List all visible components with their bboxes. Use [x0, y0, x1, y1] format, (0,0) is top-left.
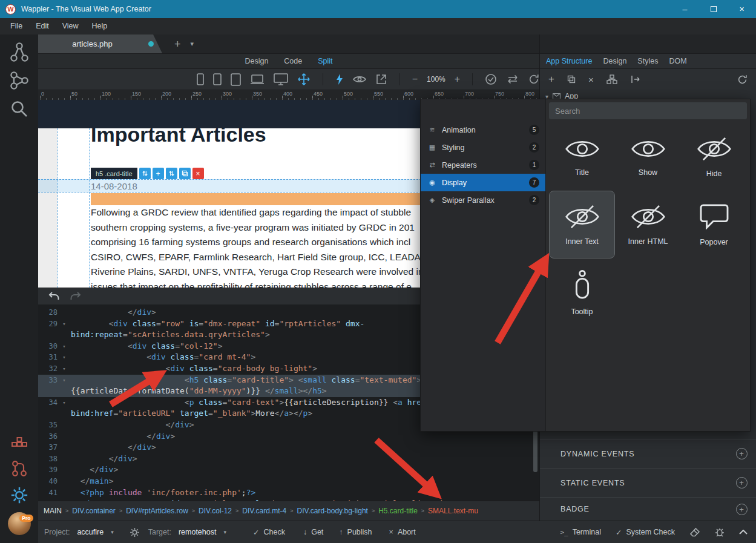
get-button[interactable]: ↓Get [303, 528, 323, 536]
code-line[interactable]: 41 <?php include 'inc/footer.inc.php';?> [38, 487, 539, 499]
delete-component-button[interactable]: × [588, 74, 594, 85]
code-line[interactable]: 37 </div> [38, 442, 539, 453]
device-phone-icon[interactable] [197, 73, 204, 85]
preview-eye-icon[interactable] [353, 75, 366, 84]
abort-button[interactable]: ×Abort [389, 528, 416, 536]
panel-tabs: App Structure Design Styles DOM [540, 53, 756, 68]
breadcrumb-item-selected[interactable]: H5.card-title [378, 507, 418, 515]
validate-icon[interactable] [485, 73, 497, 85]
menu-file[interactable]: File [4, 18, 29, 35]
device-tablet-small-icon[interactable] [213, 73, 222, 85]
redo-button[interactable] [70, 291, 82, 302]
option-inner-html[interactable]: Inner HTML [615, 191, 681, 258]
reorder-element-button[interactable] [166, 168, 177, 179]
tab-design[interactable]: Design [603, 57, 626, 65]
category-repeaters[interactable]: ⇄ Repeaters 1 [421, 156, 545, 174]
publish-button[interactable]: ↑Publish [339, 528, 372, 536]
terminal-button[interactable]: >_Terminal [560, 528, 601, 536]
refresh-icon[interactable] [528, 74, 539, 85]
new-tab-button[interactable]: + [174, 39, 181, 50]
window-title: Wappler - The Visual Web App Creator [21, 5, 151, 13]
close-button[interactable]: × [728, 0, 756, 18]
option-hide[interactable]: Hide [681, 123, 747, 191]
option-show[interactable]: Show [615, 123, 681, 191]
pro-badge: Pro [19, 515, 33, 522]
mode-split[interactable]: Split [318, 57, 332, 65]
code-line[interactable]: 36 </div> [38, 431, 539, 443]
breadcrumb-item[interactable]: DIV.card.mt-4 [242, 507, 286, 515]
device-tablet-icon[interactable] [231, 73, 241, 86]
user-avatar[interactable]: Pro [8, 512, 31, 535]
add-static-event-button[interactable]: + [736, 477, 748, 489]
export-icon[interactable] [630, 74, 641, 84]
menu-edit[interactable]: Edit [29, 18, 56, 35]
sitemap-icon[interactable] [606, 74, 617, 84]
tab-articles-php[interactable]: articles.php [38, 35, 162, 53]
mode-design[interactable]: Design [245, 57, 268, 65]
breadcrumb-item[interactable]: DIV.card-body.bg-light [297, 507, 367, 515]
debug-bug-icon[interactable] [715, 527, 725, 537]
undo-button[interactable] [48, 291, 60, 302]
code-line[interactable]: 39 </div> [38, 464, 539, 476]
clear-console-icon[interactable] [689, 527, 700, 537]
zoom-out-button[interactable]: − [412, 74, 418, 85]
maximize-button[interactable] [699, 0, 728, 18]
check-button[interactable]: ✓Check [253, 528, 285, 537]
duplicate-element-button[interactable] [179, 168, 191, 179]
containers-icon[interactable] [10, 433, 29, 451]
mode-code[interactable]: Code [284, 57, 302, 65]
breadcrumb-item[interactable]: MAIN [44, 507, 62, 515]
minimize-button[interactable]: – [671, 0, 699, 18]
option-tooltip[interactable]: Tooltip [549, 258, 615, 326]
delete-element-button[interactable]: × [192, 168, 204, 179]
app-connect-icon[interactable] [9, 42, 30, 62]
project-selector[interactable]: Project: accufire ▾ [44, 528, 114, 536]
collapse-panel-icon[interactable] [739, 530, 748, 535]
search-input[interactable] [549, 102, 747, 119]
move-tool-icon[interactable] [297, 73, 311, 86]
add-dynamic-event-button[interactable]: + [736, 448, 748, 459]
app-connect-bolt-icon[interactable] [335, 73, 344, 85]
tab-app-structure[interactable]: App Structure [546, 57, 592, 65]
add-element-button[interactable]: + [153, 168, 164, 179]
add-badge-button[interactable]: + [736, 504, 748, 515]
action-search[interactable] [549, 102, 747, 119]
tab-list-button[interactable]: ▾ [191, 40, 194, 48]
add-component-button[interactable]: + [548, 73, 554, 85]
breadcrumb: MAIN> DIV.container> DIV#rptArticles.row… [38, 501, 539, 521]
menu-help[interactable]: Help [85, 18, 114, 35]
zoom-in-button[interactable]: + [455, 74, 460, 85]
system-check-button[interactable]: ✓System Check [616, 528, 675, 537]
database-connections-icon[interactable] [9, 70, 30, 91]
category-swiper-parallax[interactable]: ◈ Swiper Parallax 2 [421, 191, 545, 209]
search-icon[interactable] [9, 99, 30, 119]
copy-component-icon[interactable] [567, 75, 576, 84]
tab-dom[interactable]: DOM [669, 57, 686, 65]
target-selector[interactable]: Target: remotehost ▾ [148, 528, 226, 536]
settings-gear-icon[interactable] [10, 486, 28, 504]
option-title[interactable]: Title [549, 123, 615, 191]
device-desktop-icon[interactable] [274, 73, 288, 85]
code-line[interactable]: 38 </div> [38, 453, 539, 465]
option-inner-text[interactable]: Inner Text [549, 191, 615, 258]
category-display[interactable]: ◉ Display 7 [421, 174, 545, 191]
category-styling[interactable]: ▦ Styling 2 [421, 139, 545, 156]
breadcrumb-item[interactable]: SMALL.text-mu [428, 507, 478, 515]
project-settings-gear-icon[interactable] [130, 527, 140, 538]
category-animation[interactable]: ≋ Animation 5 [421, 121, 545, 139]
move-element-button[interactable] [139, 168, 151, 179]
breadcrumb-item[interactable]: DIV#rptArticles.row [126, 507, 188, 515]
sync-compare-icon[interactable] [506, 74, 519, 84]
open-in-browser-icon[interactable] [375, 73, 387, 85]
panel-refresh-icon[interactable] [737, 74, 748, 85]
breadcrumb-item[interactable]: DIV.container [72, 507, 116, 515]
git-icon[interactable] [10, 459, 29, 478]
tab-styles[interactable]: Styles [637, 57, 658, 65]
breadcrumb-item[interactable]: DIV.col-12 [199, 507, 232, 515]
ruler-label: 500 [344, 91, 353, 97]
device-laptop-icon[interactable] [250, 74, 265, 85]
design-toolbar: − 100% + [38, 68, 539, 90]
menu-view[interactable]: View [56, 18, 85, 35]
code-line[interactable]: 40 </main> [38, 476, 539, 487]
option-popover[interactable]: Popover [681, 191, 747, 258]
